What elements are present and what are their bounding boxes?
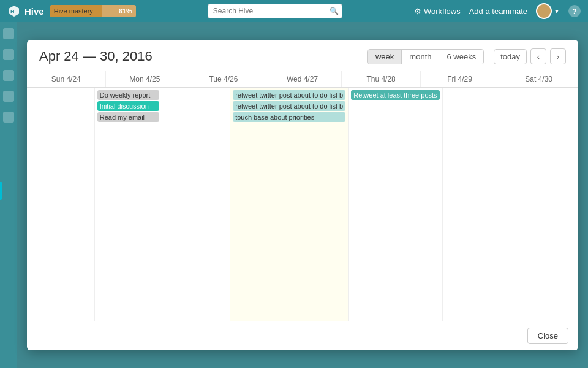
day-header-fri: Fri 4/29 — [421, 71, 500, 87]
calendar-modal: Apr 24 — 30, 2016 week month 6 weeks tod… — [27, 40, 578, 350]
topbar: H Hive Hive mastery 61% 🔍 ⚙ Workflows Ad… — [0, 0, 588, 22]
day-col-fri — [443, 88, 511, 321]
sidebar-icon-home[interactable] — [3, 28, 14, 39]
day-header-sat: Sat 4/30 — [499, 71, 578, 87]
avatar-chevron-icon: ▼ — [554, 8, 560, 15]
day-col-sat — [510, 88, 578, 321]
day-header-mon: Mon 4/25 — [106, 71, 185, 87]
day-col-mon: Do weekly report Initial discussion Read… — [95, 88, 163, 321]
nav-controls: today ‹ › — [494, 48, 566, 64]
event-retweet-2[interactable]: retweet twitter post about to do list b — [233, 101, 345, 111]
day-col-wed: retweet twitter post about to do list b … — [230, 88, 349, 321]
project-progress[interactable]: Hive mastery 61% — [50, 5, 136, 17]
modal-overlay: Apr 24 — 30, 2016 week month 6 weeks tod… — [17, 22, 588, 368]
day-col-tue — [162, 88, 230, 321]
calendar-body: Do weekly report Initial discussion Read… — [27, 88, 578, 321]
progress-project-label: Hive mastery — [54, 7, 93, 15]
workflows-icon: ⚙ — [414, 7, 421, 16]
search-area: 🔍 — [142, 4, 408, 18]
sidebar-icon-projects[interactable] — [3, 49, 14, 60]
logo-area: H Hive — [7, 4, 44, 18]
add-teammate-button[interactable]: Add a teammate — [469, 7, 527, 16]
days-header: Sun 4/24 Mon 4/25 Tue 4/26 Wed 4/27 Thu … — [27, 71, 578, 88]
view-controls: week month 6 weeks — [368, 49, 484, 64]
calendar-title: Apr 24 — 30, 2016 — [39, 48, 368, 64]
search-icon: 🔍 — [330, 7, 339, 15]
today-button[interactable]: today — [494, 49, 527, 64]
next-arrow-button[interactable]: › — [550, 48, 566, 64]
workflows-label: Workflows — [424, 7, 461, 16]
event-touch-base[interactable]: touch base about priorities — [233, 112, 345, 122]
hive-logo-icon: H — [7, 4, 21, 18]
view-6weeks-button[interactable]: 6 weeks — [439, 50, 483, 64]
avatar-wrap[interactable]: ▼ — [536, 3, 560, 19]
progress-percent-label: 61% — [119, 7, 132, 15]
event-read-my-email[interactable]: Read my email — [97, 112, 160, 122]
prev-arrow-button[interactable]: ‹ — [530, 48, 546, 64]
view-week-button[interactable]: week — [368, 50, 402, 64]
close-button[interactable]: Close — [527, 328, 568, 344]
day-col-sun — [27, 88, 95, 321]
avatar — [536, 3, 552, 19]
day-header-thu: Thu 4/28 — [342, 71, 421, 87]
svg-text:H: H — [10, 9, 15, 15]
event-retweet-1[interactable]: retweet twitter post about to do list b — [233, 90, 345, 100]
search-input[interactable] — [208, 4, 342, 18]
workflows-button[interactable]: ⚙ Workflows — [414, 7, 461, 16]
day-header-sun: Sun 4/24 — [27, 71, 106, 87]
help-button[interactable]: ? — [568, 5, 581, 17]
sidebar-icon-messages[interactable] — [3, 112, 14, 123]
calendar-header: Apr 24 — 30, 2016 week month 6 weeks tod… — [27, 40, 578, 71]
sidebar-active-indicator — [0, 182, 2, 200]
day-header-tue: Tue 4/26 — [184, 71, 263, 87]
day-col-thu: Retweet at least three posts — [349, 88, 442, 321]
topbar-right: ⚙ Workflows Add a teammate ▼ ? — [414, 3, 581, 19]
calendar-grid: Sun 4/24 Mon 4/25 Tue 4/26 Wed 4/27 Thu … — [27, 71, 578, 321]
event-do-weekly-report[interactable]: Do weekly report — [97, 90, 160, 100]
sidebar-icon-calendar[interactable] — [3, 91, 14, 102]
view-month-button[interactable]: month — [402, 50, 439, 64]
sidebar-icon-tasks[interactable] — [3, 70, 14, 81]
event-initial-discussion[interactable]: Initial discussion — [97, 101, 160, 111]
event-retweet-three[interactable]: Retweet at least three posts — [351, 90, 439, 100]
logo-text: Hive — [24, 6, 44, 17]
modal-footer: Close — [27, 321, 578, 350]
left-sidebar — [0, 22, 17, 368]
day-header-wed: Wed 4/27 — [263, 71, 342, 87]
